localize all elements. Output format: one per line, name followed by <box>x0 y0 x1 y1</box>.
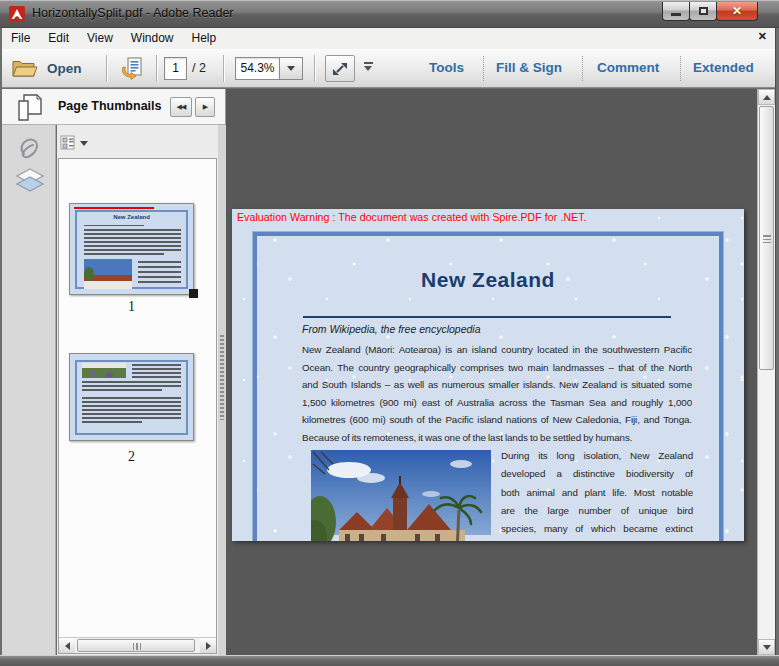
left-arrow-icon <box>65 642 70 650</box>
menu-help[interactable]: Help <box>183 28 226 49</box>
thumb-text-line <box>132 372 181 374</box>
comment-tab[interactable]: Comment <box>597 49 659 87</box>
para1-line: New Zealand (Māori: Aotearoa) is an isla… <box>302 344 692 362</box>
para1-line: Ocean. The country geographically compri… <box>302 362 692 380</box>
thumbnail-selection-handle[interactable] <box>189 289 198 298</box>
extended-tab[interactable]: Extended <box>693 49 754 87</box>
thumb-text-line <box>138 261 181 263</box>
scroll-grip <box>763 235 771 243</box>
tools-tab[interactable]: Tools <box>429 49 464 87</box>
scroll-grip <box>133 643 141 650</box>
toolbar-separator <box>106 55 107 82</box>
layers-icon[interactable] <box>15 167 45 195</box>
para2-line: both animal and plant life. Most notable <box>501 487 693 505</box>
attachments-paperclip-icon[interactable] <box>17 137 43 163</box>
thumb-text-line <box>138 276 181 278</box>
up-arrow-icon <box>763 95 771 100</box>
right-arrow-icon: ▶ <box>203 103 207 111</box>
thumbnail-options-button[interactable] <box>60 134 94 152</box>
thumb-text-line <box>82 389 162 391</box>
scroll-left-button[interactable] <box>59 638 75 653</box>
fit-width-button[interactable] <box>325 55 355 82</box>
pdf-page-1[interactable]: Evaluation Warning : The document was cr… <box>232 209 744 541</box>
window-title: HorizontallySplit.pdf - Adobe Reader <box>32 0 234 27</box>
scroll-down-button[interactable] <box>758 639 775 655</box>
menu-edit[interactable]: Edit <box>39 28 78 49</box>
thumb-text-line <box>84 249 181 251</box>
menu-view[interactable]: View <box>78 28 122 49</box>
right-arrow-icon <box>206 642 211 650</box>
toolbar-dotted-separator <box>582 56 583 81</box>
open-button[interactable]: Open <box>12 53 82 84</box>
article-subtitle: From Wikipedia, the free encyclopedia <box>302 323 481 335</box>
page-total-label: / 2 <box>192 57 206 80</box>
thumb-warning-line <box>74 207 154 209</box>
collapse-panel-button[interactable]: ◀◀ <box>170 97 192 117</box>
zoom-level-input[interactable]: 54.3% <box>235 57 280 80</box>
thumbnail-page-2[interactable] <box>69 353 194 441</box>
menu-file[interactable]: File <box>2 28 39 49</box>
thumb-text-line <box>138 281 181 283</box>
close-button[interactable]: ✕ <box>716 2 758 21</box>
down-arrow-icon <box>763 645 771 650</box>
navigation-rail <box>2 125 56 655</box>
maximize-button[interactable] <box>689 2 717 21</box>
sidebar-header: Page Thumbnails ◀◀ ▶ <box>2 89 226 125</box>
thumb-text-line <box>82 417 181 419</box>
thumbnail-options-icon <box>60 135 76 151</box>
thumb1-photo <box>84 259 132 289</box>
para2-line: developed a distinctive biodiversity of <box>501 468 693 486</box>
thumb-text-line <box>82 381 181 383</box>
vertical-scroll-thumb[interactable] <box>759 106 774 370</box>
panel-splitter[interactable] <box>218 125 226 655</box>
overflow-line-icon <box>364 62 373 64</box>
fill-sign-tab[interactable]: Fill & Sign <box>496 49 562 87</box>
thumb1-title: New Zealand <box>70 214 193 220</box>
thumb-text-line <box>82 409 181 411</box>
window-frame-left <box>0 28 2 666</box>
document-vertical-scrollbar[interactable] <box>757 89 775 655</box>
toolbar-separator <box>314 55 315 82</box>
thumbnail-page-1[interactable]: New Zealand <box>69 203 194 295</box>
thumb-text-line <box>84 253 164 255</box>
thumbnail-1-number[interactable]: 1 <box>69 299 194 315</box>
scroll-up-button[interactable] <box>758 89 775 105</box>
page-number-input[interactable]: 1 <box>164 57 187 80</box>
splitter-grip[interactable] <box>220 335 224 420</box>
evaluation-warning: Evaluation Warning : The document was cr… <box>237 211 587 223</box>
scroll-right-button[interactable] <box>200 638 216 653</box>
article-paragraph-1: New Zealand (Māori: Aotearoa) is an isla… <box>302 344 692 449</box>
minimize-button[interactable] <box>662 2 690 21</box>
thumbnail-2-number[interactable]: 2 <box>69 449 194 465</box>
document-pane[interactable]: Evaluation Warning : The document was cr… <box>226 89 757 655</box>
double-left-arrow-icon: ◀◀ <box>177 103 186 111</box>
thumb-text-line <box>132 376 181 378</box>
thumb2-photo <box>82 363 126 378</box>
para2-line: During its long isolation, New Zealand <box>501 450 693 468</box>
thumbnails-horizontal-scrollbar[interactable] <box>59 637 216 653</box>
thumb-text-line <box>84 241 181 243</box>
chevron-down-icon <box>80 141 88 146</box>
thumb-text-line <box>84 233 181 235</box>
folder-icon <box>12 59 38 79</box>
page-thumbnails-icon <box>15 93 45 122</box>
thumb-text-line <box>82 401 181 403</box>
expand-panel-button[interactable]: ▶ <box>195 97 215 117</box>
thumb-text-line <box>82 385 181 387</box>
zoom-dropdown-button[interactable] <box>279 57 303 80</box>
chevron-down-icon <box>364 66 372 71</box>
thumb-text-line <box>84 225 144 226</box>
thumb-text-line <box>138 266 181 268</box>
thumbnails-list[interactable]: New Zealand 1 <box>58 158 217 654</box>
toolbar-dotted-separator <box>680 56 681 81</box>
thumb-text-line <box>132 368 181 370</box>
horizontal-scroll-thumb[interactable] <box>77 639 195 652</box>
thumb-text-line <box>84 237 181 239</box>
toolbar-overflow-button[interactable] <box>362 62 374 71</box>
title-bar[interactable]: HorizontallySplit.pdf - Adobe Reader ✕ <box>0 0 779 28</box>
toolbar: Open 1 / 2 54.3% <box>2 49 777 88</box>
thumb-text-line <box>82 413 181 415</box>
share-document-button[interactable] <box>116 55 148 82</box>
menu-window[interactable]: Window <box>122 28 183 49</box>
menubar-close-icon[interactable]: ✕ <box>758 30 767 43</box>
